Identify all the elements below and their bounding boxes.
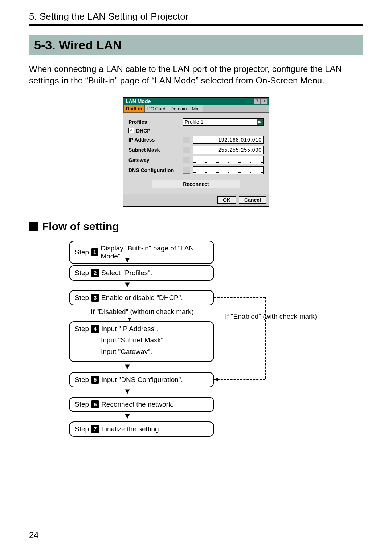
- ip-address-label: IP Address: [128, 137, 183, 143]
- divider: [29, 24, 363, 26]
- dhcp-checkbox[interactable]: ✓: [128, 128, 134, 133]
- profiles-value: Profile 1: [185, 119, 203, 125]
- arrow-down-icon: ▼: [123, 411, 131, 421]
- gateway-label: Gateway: [128, 157, 183, 163]
- intro-paragraph: When connecting a LAN cable to the LAN p…: [29, 63, 363, 87]
- cancel-button[interactable]: Cancel: [239, 196, 266, 204]
- step-number-icon: 6: [91, 400, 99, 408]
- subnet-mask-field[interactable]: 255.255.255.000: [193, 146, 264, 154]
- keypad-icon[interactable]: [183, 167, 190, 174]
- help-icon[interactable]: ?: [254, 98, 261, 104]
- section-number: 5-3.: [34, 38, 56, 52]
- arrow-down-icon: ▼: [123, 387, 131, 396]
- step-6: Step 6 Reconnect the network.: [69, 397, 214, 412]
- dns-config-label: DNS Configuration: [128, 167, 183, 173]
- arrow-down-icon: ▼: [123, 255, 131, 265]
- page-number: 24: [29, 530, 39, 540]
- step-text: Input "IP Address".: [101, 325, 159, 333]
- step-text: Finalize the setting.: [101, 425, 161, 433]
- dialog-title-bar: LAN Mode ? x: [123, 98, 269, 105]
- section-title: Wired LAN: [59, 38, 122, 52]
- step-number-icon: 5: [91, 376, 99, 384]
- keypad-icon[interactable]: [183, 157, 190, 163]
- close-icon[interactable]: x: [261, 98, 268, 104]
- ip-address-field[interactable]: 192.168.010.010: [193, 136, 264, 144]
- dialog-title: LAN Mode: [126, 98, 151, 104]
- step-number-icon: 7: [91, 425, 99, 433]
- arrow-down-icon: ▼: [123, 362, 131, 371]
- step-number-icon: 4: [91, 325, 99, 333]
- dashed-line: [214, 379, 265, 380]
- step-7: Step 7 Finalize the setting.: [69, 421, 214, 437]
- step-1: Step 1 Display "Built-in" page of "LAN M…: [69, 241, 214, 264]
- step-text: Input "Gateway".: [101, 346, 165, 358]
- square-bullet-icon: [29, 222, 38, 231]
- flow-heading: Flow of setting: [29, 220, 363, 233]
- arrow-down-icon: ▼: [123, 280, 131, 289]
- step-prefix: Step: [75, 269, 89, 277]
- tab-mail[interactable]: Mail: [189, 105, 203, 112]
- tab-domain[interactable]: Domain: [168, 105, 189, 112]
- step-number-icon: 1: [91, 248, 98, 256]
- step-text: Enable or disable "DHCP".: [101, 294, 183, 302]
- step-4-sublines: Input "Subnet Mask". Input "Gateway".: [101, 334, 165, 358]
- step-text: Reconnect the network.: [101, 400, 174, 408]
- section-banner: 5-3. Wired LAN: [29, 35, 363, 55]
- step-prefix: Step: [75, 248, 89, 256]
- flow-heading-text: Flow of setting: [42, 220, 119, 233]
- tab-built-in[interactable]: Built-in: [123, 105, 145, 112]
- reconnect-button[interactable]: Reconnect: [152, 180, 240, 188]
- dhcp-label: DHCP: [136, 128, 151, 134]
- dashed-line: [214, 297, 265, 298]
- dashed-line: [265, 297, 266, 379]
- dns-config-field[interactable]: [193, 166, 264, 174]
- flow-diagram: Step 1 Display "Built-in" page of "LAN M…: [69, 241, 345, 437]
- chevron-right-icon[interactable]: ▶: [257, 119, 263, 125]
- lan-mode-dialog: LAN Mode ? x Built-in PC Card Domain Mai…: [123, 97, 269, 207]
- step-2: Step 2 Select "Profiles".: [69, 265, 214, 281]
- step-number-icon: 2: [91, 269, 99, 277]
- step-text: Input "Subnet Mask".: [101, 334, 165, 346]
- branch-disabled-label: If "Disabled" (without check mark): [91, 308, 194, 316]
- step-prefix: Step: [75, 325, 89, 333]
- keypad-icon[interactable]: [183, 147, 190, 153]
- branch-enabled-label: If "Enabled" (with check mark): [225, 313, 317, 321]
- tab-pc-card[interactable]: PC Card: [145, 105, 168, 112]
- keypad-icon[interactable]: [183, 137, 190, 143]
- profiles-label: Profiles: [128, 119, 183, 125]
- step-text: Select "Profiles".: [101, 269, 152, 277]
- step-prefix: Step: [75, 294, 89, 302]
- subnet-mask-label: Subnet Mask: [128, 147, 183, 153]
- step-prefix: Step: [75, 425, 89, 433]
- step-number-icon: 3: [91, 294, 99, 302]
- profiles-select[interactable]: Profile 1 ▶: [183, 118, 264, 126]
- arrow-left-small-icon: ◀: [214, 376, 218, 382]
- step-prefix: Step: [75, 400, 89, 408]
- step-5: Step 5 Input "DNS Configuration".: [69, 372, 214, 387]
- step-3: Step 3 Enable or disable "DHCP".: [69, 290, 214, 305]
- step-text: Input "DNS Configuration".: [101, 376, 183, 384]
- step-prefix: Step: [75, 376, 89, 384]
- chapter-title: 5. Setting the LAN Setting of Projector: [29, 11, 363, 22]
- step-text: Display "Built-in" page of "LAN Mode".: [101, 244, 208, 260]
- ok-button[interactable]: OK: [217, 196, 236, 204]
- gateway-field[interactable]: [193, 156, 264, 164]
- dialog-tabs: Built-in PC Card Domain Mail: [123, 105, 269, 113]
